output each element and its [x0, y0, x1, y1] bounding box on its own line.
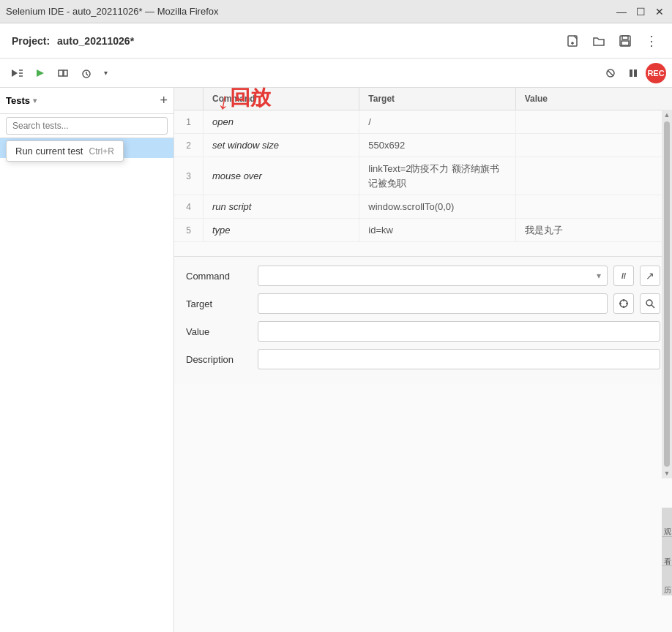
svg-point-24 — [646, 300, 652, 306]
row-value: 我是丸子 — [516, 219, 672, 241]
svg-rect-18 — [634, 69, 637, 77]
svg-rect-17 — [630, 69, 632, 77]
save-icon[interactable] — [616, 32, 634, 50]
description-input[interactable] — [258, 349, 660, 369]
scroll-up-icon[interactable]: ▲ — [664, 111, 671, 118]
right-tab-1[interactable]: 观 — [662, 508, 672, 537]
row-command: open — [204, 110, 359, 133]
table-row[interactable]: 5 type id=kw 我是丸子 — [174, 219, 672, 242]
col-command: Command — [204, 88, 359, 110]
test-list: test_case_01* — [0, 138, 173, 632]
minimize-button[interactable]: — — [615, 5, 628, 18]
toolbar: ▾ REC — [0, 59, 672, 88]
run-current-test-button[interactable] — [31, 63, 50, 83]
main-layout: Tests ▾ + Run current test Ctrl+R test_c… — [0, 88, 672, 632]
row-num: 2 — [174, 134, 204, 157]
row-command: mouse over — [204, 157, 359, 195]
row-value — [516, 157, 672, 195]
select-target-button[interactable] — [613, 293, 634, 314]
col-num — [174, 88, 204, 110]
row-value — [516, 195, 672, 218]
tooltip-shortcut: Ctrl+R — [89, 146, 114, 157]
record-button[interactable]: REC — [646, 63, 666, 83]
command-label: Command — [186, 271, 252, 282]
svg-rect-6 — [621, 41, 629, 45]
value-input[interactable] — [258, 321, 660, 342]
tests-label-text: Tests — [6, 95, 30, 106]
table-row[interactable]: 2 set window size 550x692 — [174, 134, 672, 157]
title-bar: Selenium IDE - auto_20211026* — Mozilla … — [0, 0, 672, 23]
row-value — [516, 110, 672, 133]
table-header: Command Target Value — [174, 88, 672, 110]
right-side-tabs: 观 看 历 — [662, 508, 672, 595]
command-dropdown-icon: ▾ — [597, 271, 601, 281]
restore-button[interactable]: ☐ — [634, 5, 647, 18]
tests-header: Tests ▾ + — [0, 88, 173, 114]
table-row[interactable]: 4 run script window.scrollTo(0,0) — [174, 195, 672, 219]
row-target: / — [359, 110, 515, 133]
svg-marker-7 — [12, 69, 18, 77]
window-title: Selenium IDE - auto_20211026* — Mozilla … — [6, 6, 615, 17]
target-input[interactable] — [258, 293, 608, 314]
project-label: Project: auto_20211026* — [12, 35, 134, 47]
row-num: 5 — [174, 219, 204, 241]
svg-rect-13 — [64, 70, 67, 76]
row-target: window.scrollTo(0,0) — [359, 195, 515, 218]
command-select[interactable]: ▾ — [258, 266, 608, 286]
svg-rect-5 — [622, 36, 628, 40]
header: Project: auto_20211026* ⋮ — [0, 23, 672, 59]
row-value — [516, 134, 672, 157]
pause-button[interactable] — [624, 63, 643, 83]
search-input[interactable] — [6, 117, 168, 135]
window-controls: — ☐ ✕ — [615, 5, 666, 18]
project-name: auto_20211026* — [57, 35, 134, 47]
tests-dropdown[interactable]: Tests ▾ — [6, 95, 37, 106]
vertical-scrollbar[interactable]: ▲ ▼ — [662, 110, 672, 478]
speed-dropdown-button[interactable]: ▾ — [100, 63, 112, 83]
row-target: linkText=2防疫不力 额济纳旗书记被免职 — [359, 157, 515, 195]
toolbar-left: ▾ — [6, 63, 597, 83]
table-row[interactable]: 1 open / — [174, 110, 672, 134]
toolbar-right: REC — [600, 63, 666, 83]
disable-breakpoints-button[interactable] — [600, 63, 621, 83]
right-tab-2[interactable]: 看 — [662, 537, 672, 566]
row-command: type — [204, 219, 359, 241]
stop-rollback-button[interactable] — [53, 63, 73, 83]
row-target: 550x692 — [359, 134, 515, 157]
target-row: Target — [186, 293, 660, 314]
form-area: Command ▾ // ↗ Target — [174, 256, 672, 385]
col-target: Target — [359, 88, 515, 110]
scroll-thumb[interactable] — [664, 121, 670, 467]
command-row: Command ▾ // ↗ — [186, 266, 660, 286]
right-panel: ↓ 回放 Command Target Value 1 open / — [174, 88, 672, 632]
right-tab-3[interactable]: 历 — [662, 566, 672, 595]
value-row: Value — [186, 321, 660, 342]
svg-marker-11 — [37, 69, 44, 77]
target-label: Target — [186, 298, 252, 309]
tooltip-text: Run current test — [15, 146, 83, 157]
search-area: Run current test Ctrl+R — [0, 114, 173, 138]
comment-button[interactable]: // — [613, 266, 634, 286]
search-target-button[interactable] — [640, 293, 660, 314]
new-file-icon[interactable] — [564, 32, 581, 50]
run-all-tests-button[interactable] — [6, 63, 28, 83]
add-test-button[interactable]: + — [160, 93, 168, 108]
open-link-button[interactable]: ↗ — [640, 266, 660, 286]
open-folder-icon[interactable] — [590, 32, 608, 50]
row-command: run script — [204, 195, 359, 218]
row-num: 3 — [174, 157, 204, 195]
run-current-test-tooltip: Run current test Ctrl+R — [6, 140, 124, 162]
table-area: Command Target Value 1 open / 2 set wind… — [174, 88, 672, 256]
row-num: 4 — [174, 195, 204, 218]
table-body: 1 open / 2 set window size 550x692 3 mou… — [174, 110, 672, 256]
svg-line-16 — [608, 70, 613, 76]
scroll-down-icon[interactable]: ▼ — [664, 470, 671, 477]
table-row[interactable]: 3 mouse over linkText=2防疫不力 额济纳旗书记被免职 — [174, 157, 672, 195]
menu-icon[interactable]: ⋮ — [643, 32, 660, 50]
speed-button[interactable] — [76, 63, 97, 83]
row-num: 1 — [174, 110, 204, 133]
close-button[interactable]: ✕ — [653, 5, 666, 18]
description-row: Description — [186, 349, 660, 369]
col-value: Value — [516, 88, 672, 110]
svg-line-25 — [652, 305, 654, 308]
